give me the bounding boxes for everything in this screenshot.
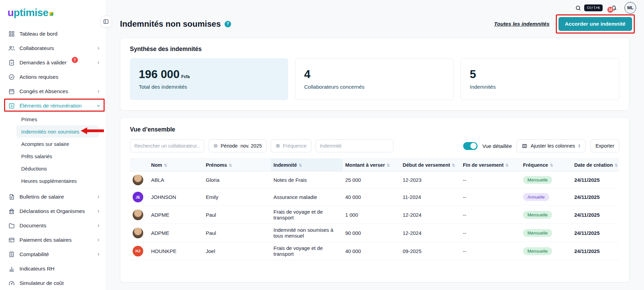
frequency-filter-label: Fréquence — [283, 143, 306, 149]
cell-prenoms: Gloria — [203, 172, 271, 189]
period-filter-label: Période — [220, 143, 238, 149]
column-header-fin[interactable]: Fin de versement⇅ — [460, 159, 520, 172]
keyboard-shortcut-badge: Ctrl+K — [584, 4, 603, 11]
sort-icon[interactable]: ⇅ — [452, 163, 455, 168]
table-row[interactable]: ABLA Gloria Notes de Frais 25 000 12-202… — [130, 172, 619, 189]
sidebar-item-elements-de-remuneration[interactable]: Éléments de rémunération — [0, 99, 106, 113]
cell-fin: -- — [460, 189, 520, 206]
sidebar-collapse-button[interactable] — [100, 16, 112, 27]
table-row[interactable]: ADPME Paul Indemnité non soumises à tous… — [130, 224, 619, 242]
logo-square-icon — [50, 12, 53, 16]
column-header-debut[interactable]: Début de versement⇅ — [400, 159, 460, 172]
column-header-montant[interactable]: Montant à verser⇅ — [343, 159, 400, 172]
users-icon — [8, 45, 15, 52]
cell-fin: -- — [460, 224, 520, 242]
chevron-right-icon — [96, 223, 101, 228]
building-icon — [8, 208, 15, 215]
sidebar-item-collaborateurs[interactable]: Collaborateurs — [0, 41, 106, 55]
sidebar-subitem-heures-supplementaires[interactable]: Heures supplémentaires — [0, 175, 106, 187]
table-row[interactable]: ADPME Paul Frais de voyage et de transpo… — [130, 206, 619, 224]
sidebar-subitem-indemnites-non-soumises[interactable]: Indemnités non soumises — [16, 125, 99, 138]
sidebar-subitem-acomptes-sur-salaire[interactable]: Acomptes sur salaire — [0, 138, 106, 150]
pending-count-badge: 7 — [72, 57, 78, 63]
column-header-indemnite[interactable]: Indemnité⇅ — [271, 159, 343, 172]
sort-icon[interactable]: ⇅ — [164, 163, 167, 168]
cell-date-creation: 24/11/2025 — [572, 172, 619, 189]
avatar — [133, 175, 143, 185]
adjust-columns-button[interactable]: Ajuster les colonnes ▲▼ — [516, 139, 586, 152]
cell-indemnite: Frais de voyage et de transport — [271, 206, 343, 224]
sort-icon[interactable]: ⇅ — [615, 163, 618, 168]
detailed-view-label: Vue détaillée — [482, 143, 512, 149]
filters-row: ⊗ Période nov. 2025 ⊕ Fréquence Vue déta… — [130, 139, 619, 152]
sidebar-item-comptabilite[interactable]: Comptabilité — [0, 247, 106, 262]
sidebar-item-label: Paiement des salaires — [19, 237, 72, 243]
page-title: Indemnités non soumises — [120, 19, 221, 29]
sidebar-nav: Tableau de bord Collaborateurs Demandes … — [0, 27, 106, 290]
cell-fin: -- — [460, 206, 520, 224]
sidebar-item-label: Éléments de rémunération — [19, 103, 82, 109]
summary-card-title: Synthèse des indemnités — [130, 46, 619, 53]
stat-label: Total des indemnités — [139, 84, 279, 90]
all-indemnities-link[interactable]: Toutes les indemnités — [494, 21, 549, 27]
column-header-frequence[interactable]: Fréquence⇅ — [520, 159, 572, 172]
cell-indemnite: Frais de voyage et de transport — [271, 242, 343, 260]
sidebar-item-tableau-de-bord[interactable]: Tableau de bord — [0, 27, 106, 41]
sidebar-item-label: Demandes à valider — [19, 60, 67, 66]
sort-icon[interactable]: ⇅ — [229, 163, 232, 168]
export-button[interactable]: Exporter — [590, 139, 619, 152]
notifications-button[interactable]: 18 — [610, 4, 618, 12]
sidebar-item-label: Comptabilité — [19, 251, 49, 257]
cell-prenoms: Emily — [203, 189, 271, 206]
user-avatar[interactable]: ML — [625, 2, 636, 14]
sort-icon[interactable]: ⇅ — [387, 163, 390, 168]
cell-date-creation: 24/11/2025 — [572, 242, 619, 260]
sidebar-item-indicateurs-rh[interactable]: Indicateurs RH — [0, 262, 106, 276]
period-filter[interactable]: ⊗ Période nov. 2025 — [209, 139, 267, 152]
cell-montant: 1 000 — [343, 206, 400, 224]
search-icon[interactable] — [575, 5, 581, 11]
sidebar-item-simulateur-de-cout[interactable]: Simulateur de coût — [0, 276, 106, 290]
indemnity-filter-input[interactable] — [316, 139, 393, 152]
bar-chart-icon — [8, 265, 15, 272]
sidebar-item-label: Simulateur de coût — [19, 280, 64, 286]
sidebar-item-declarations-et-organismes[interactable]: Déclarations et Organismes — [0, 204, 106, 218]
list-box-icon — [8, 102, 15, 109]
stat-value: 4 — [304, 68, 310, 80]
column-header-date-creation[interactable]: Date de création⇅ — [572, 159, 619, 172]
circle-x-icon[interactable]: ⊗ — [213, 143, 218, 149]
circle-plus-icon[interactable]: ⊕ — [276, 143, 280, 149]
sort-icon[interactable]: ⇅ — [550, 163, 553, 168]
sidebar-item-documents[interactable]: Documents — [0, 218, 106, 233]
sort-icon[interactable]: ⇅ — [298, 163, 302, 168]
column-header-nom[interactable]: Nom⇅ — [148, 159, 203, 172]
cell-nom: ABLA — [148, 172, 203, 189]
credit-card-icon — [8, 237, 15, 243]
frequency-filter[interactable]: ⊕ Fréquence — [271, 139, 311, 152]
filters-right-group: Vue détaillée Ajuster les colonnes ▲▼ Ex… — [463, 139, 619, 152]
column-header-prenoms[interactable]: Prénoms⇅ — [203, 159, 271, 172]
sidebar-subitem-primes[interactable]: Primes — [0, 113, 106, 125]
detailed-view-toggle[interactable] — [463, 142, 478, 150]
help-icon[interactable]: ? — [225, 21, 231, 27]
sidebar-item-actions-requises[interactable]: Actions requises — [0, 70, 106, 84]
sidebar-subitem-prets-salaries[interactable]: Prêts salariés — [0, 150, 106, 162]
overview-card: Vue d’ensemble ⊗ Période nov. 2025 ⊕ Fré… — [120, 117, 629, 282]
gauge-icon — [8, 280, 15, 287]
stats-row: 196 000 Fcfa Total des indemnités 4 Coll… — [130, 58, 619, 100]
sidebar-item-paiement-des-salaires[interactable]: Paiement des salaires — [0, 233, 106, 247]
table-row[interactable]: JE JOHNSON Emily Assurance maladie 40 00… — [130, 189, 619, 206]
sidebar-subitem-deductions[interactable]: Déductions — [0, 162, 106, 175]
table-row[interactable]: HJ HOUNKPE Joel Frais de voyage et de tr… — [130, 242, 619, 260]
sidebar-item-bulletins-de-salaire[interactable]: Bulletins de salaire — [0, 190, 106, 204]
cell-nom: ADPME — [148, 224, 203, 242]
sidebar-item-label: Tableau de bord — [19, 31, 57, 37]
sidebar-item-conges-et-absences[interactable]: Congés et Absences — [0, 84, 106, 99]
grant-indemnity-button[interactable]: Accorder une indemnité — [559, 17, 632, 31]
search-collaborator-input[interactable] — [130, 139, 204, 152]
sidebar-item-demandes-a-valider[interactable]: Demandes à valider 7 — [0, 55, 106, 70]
cell-montant: 25 000 — [343, 172, 400, 189]
cell-montant: 40 000 — [343, 242, 400, 260]
dashboard-grid-icon — [8, 30, 15, 37]
sort-icon[interactable]: ⇅ — [505, 163, 509, 168]
